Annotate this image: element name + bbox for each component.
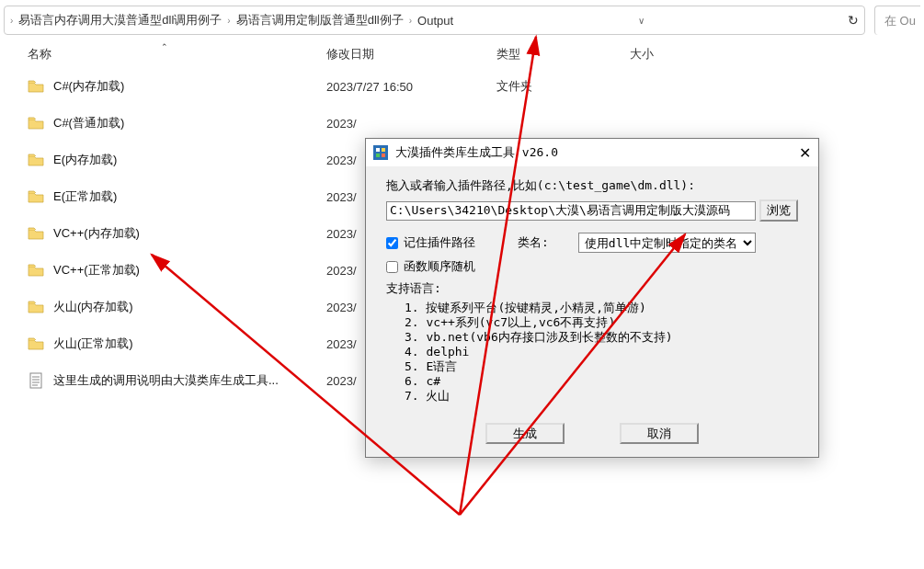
svg-rect-0 xyxy=(30,373,41,388)
search-input[interactable]: 在 Ou xyxy=(874,6,920,35)
file-type: 文件夹 xyxy=(496,78,630,95)
plugin-path-input[interactable] xyxy=(386,201,756,221)
svg-rect-7 xyxy=(382,148,385,152)
file-date: 2023/ xyxy=(326,117,496,131)
remember-path-checkbox[interactable] xyxy=(386,237,398,249)
folder-icon xyxy=(28,117,44,130)
folder-icon xyxy=(28,264,44,277)
breadcrumb-item[interactable]: Output xyxy=(417,14,453,28)
dialog-title: 大漠插件类库生成工具 v26.0 xyxy=(395,144,558,161)
support-item: 1. 按键系列平台(按键精灵,小精灵,简单游) xyxy=(405,301,798,315)
column-headers: 名称 ⌃ 修改日期 类型 大小 xyxy=(0,40,924,68)
file-name: 火山(正常加载) xyxy=(53,336,133,352)
remember-path-label: 记住插件路径 xyxy=(404,234,475,251)
support-item: 4. delphi xyxy=(405,345,798,359)
classname-label: 类名: xyxy=(518,234,549,251)
column-size-header[interactable]: 大小 xyxy=(630,48,654,61)
file-name: C#(内存加载) xyxy=(53,78,124,95)
browse-button[interactable]: 浏览 xyxy=(759,199,798,222)
address-bar: › 易语言内存调用大漠普通型dll调用例子 › 易语言调用定制版普通型dll例子… xyxy=(0,0,924,40)
folder-icon xyxy=(28,301,44,313)
sort-ascending-icon: ⌃ xyxy=(161,42,168,51)
file-name: C#(普通加载) xyxy=(53,115,124,131)
file-name: VC++(正常加载) xyxy=(53,262,140,279)
generate-button[interactable]: 生成 xyxy=(485,423,565,444)
textfile-icon xyxy=(28,372,44,389)
close-icon[interactable]: ✕ xyxy=(799,144,811,162)
breadcrumb-item[interactable]: 易语言调用定制版普通型dll例子 xyxy=(236,12,404,28)
folder-icon xyxy=(28,190,44,203)
file-name: E(正常加载) xyxy=(53,188,117,205)
generator-dialog: 大漠插件类库生成工具 v26.0 ✕ 拖入或者输入插件路径,比如(c:\test… xyxy=(365,138,819,458)
column-date-header[interactable]: 修改日期 xyxy=(326,48,374,61)
breadcrumb[interactable]: › 易语言内存调用大漠普通型dll调用例子 › 易语言调用定制版普通型dll例子… xyxy=(4,6,865,35)
file-name: 这里生成的调用说明由大漠类库生成工具... xyxy=(53,372,279,389)
random-order-label: 函数顺序随机 xyxy=(404,258,475,275)
folder-icon xyxy=(28,154,44,166)
cancel-button[interactable]: 取消 xyxy=(620,423,699,444)
support-item: 5. E语言 xyxy=(405,359,798,374)
folder-icon xyxy=(28,337,44,350)
svg-rect-8 xyxy=(376,154,380,157)
support-item: 6. c# xyxy=(405,374,798,389)
chevron-right-icon: › xyxy=(10,16,13,26)
svg-rect-5 xyxy=(373,145,388,160)
chevron-right-icon: › xyxy=(409,16,412,26)
dialog-titlebar[interactable]: 大漠插件类库生成工具 v26.0 ✕ xyxy=(366,139,818,166)
path-hint-label: 拖入或者输入插件路径,比如(c:\test_game\dm.dll): xyxy=(386,177,798,194)
app-icon xyxy=(373,145,388,160)
file-date: 2023/7/27 16:50 xyxy=(326,80,496,94)
refresh-icon[interactable]: ↻ xyxy=(848,13,859,28)
folder-icon xyxy=(28,227,44,240)
file-name: E(内存加载) xyxy=(53,152,117,168)
support-item: 3. vb.net(vb6内存接口涉及到长整数的不支持) xyxy=(405,330,798,345)
search-placeholder: 在 Ou xyxy=(884,13,916,29)
svg-rect-6 xyxy=(376,148,380,152)
file-row[interactable]: C#(内存加载)2023/7/27 16:50文件夹 xyxy=(28,68,896,105)
svg-rect-9 xyxy=(382,154,385,157)
column-name-header[interactable]: 名称 xyxy=(28,48,51,61)
support-item: 2. vc++系列(vc7以上,vc6不再支持) xyxy=(405,315,798,330)
breadcrumb-item[interactable]: 易语言内存调用大漠普通型dll调用例子 xyxy=(18,12,222,28)
support-title-label: 支持语言: xyxy=(386,280,798,297)
chevron-right-icon: › xyxy=(227,16,230,26)
support-item: 7. 火山 xyxy=(405,389,798,404)
dropdown-icon[interactable]: ∨ xyxy=(638,16,645,26)
classname-select[interactable]: 使用dll中定制时指定的类名 xyxy=(578,233,756,253)
folder-icon xyxy=(28,80,44,93)
file-name: 火山(内存加载) xyxy=(53,299,133,315)
support-list: 1. 按键系列平台(按键精灵,小精灵,简单游)2. vc++系列(vc7以上,v… xyxy=(386,301,798,404)
file-name: VC++(内存加载) xyxy=(53,225,140,242)
column-type-header[interactable]: 类型 xyxy=(496,48,520,61)
file-row[interactable]: C#(普通加载)2023/ xyxy=(28,105,896,142)
random-order-checkbox[interactable] xyxy=(386,261,398,273)
